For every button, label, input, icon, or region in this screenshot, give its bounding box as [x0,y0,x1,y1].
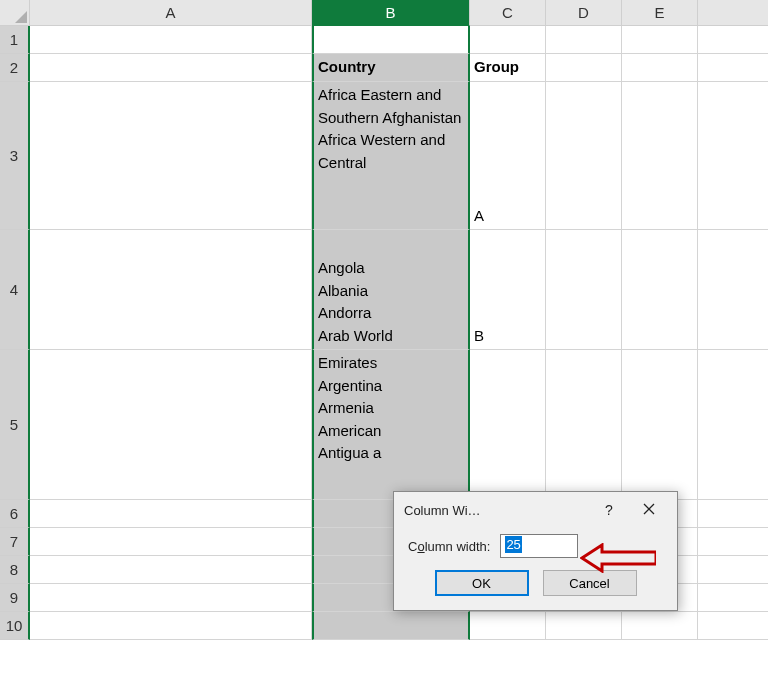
cell-B3[interactable]: Africa Eastern and Southern Afghanistan … [312,82,470,230]
cell-E4[interactable] [622,230,698,350]
cell-B10[interactable] [312,612,470,640]
row-header-4[interactable]: 4 [0,230,30,350]
row-header-7[interactable]: 7 [0,528,30,556]
cell-B2[interactable]: Country [312,54,470,82]
cell-F4[interactable] [698,230,768,350]
cell-F8[interactable] [698,556,768,584]
cell-C5[interactable] [470,350,546,500]
cell-A7[interactable] [30,528,312,556]
cell-A10[interactable] [30,612,312,640]
cell-A8[interactable] [30,556,312,584]
cell-C3[interactable]: A [470,82,546,230]
cell-D1[interactable] [546,26,622,54]
row-header-2[interactable]: 2 [0,54,30,82]
cell-A1[interactable] [30,26,312,54]
cell-D2[interactable] [546,54,622,82]
cell-F7[interactable] [698,528,768,556]
cell-A3[interactable] [30,82,312,230]
cell-B4[interactable]: Angola Albania Andorra Arab World [312,230,470,350]
col-header-overflow[interactable] [698,0,768,26]
cell-D4[interactable] [546,230,622,350]
cell-F2[interactable] [698,54,768,82]
col-header-C[interactable]: C [470,0,546,26]
cell-A4[interactable] [30,230,312,350]
col-header-B[interactable]: B [312,0,470,26]
help-button[interactable]: ? [589,496,629,524]
cell-B5[interactable]: Emirates Argentina Armenia American Anti… [312,350,470,500]
cell-F5[interactable] [698,350,768,500]
column-width-dialog: Column Wi… ? Column width: 25 OK Cancel [393,491,678,611]
row-header-8[interactable]: 8 [0,556,30,584]
cell-F10[interactable] [698,612,768,640]
row-header-1[interactable]: 1 [0,26,30,54]
cell-C10[interactable] [470,612,546,640]
row-header-6[interactable]: 6 [0,500,30,528]
cell-B1[interactable] [312,26,470,54]
cell-A6[interactable] [30,500,312,528]
select-all-corner[interactable] [0,0,30,26]
cell-A9[interactable] [30,584,312,612]
cell-D10[interactable] [546,612,622,640]
dialog-title: Column Wi… [404,503,589,518]
cell-D5[interactable] [546,350,622,500]
dialog-titlebar[interactable]: Column Wi… ? [394,492,677,528]
cell-A2[interactable] [30,54,312,82]
close-icon [643,502,655,518]
cell-F6[interactable] [698,500,768,528]
cell-C2[interactable]: Group [470,54,546,82]
row-header-3[interactable]: 3 [0,82,30,230]
col-header-E[interactable]: E [622,0,698,26]
cell-F9[interactable] [698,584,768,612]
cell-E3[interactable] [622,82,698,230]
row-header-5[interactable]: 5 [0,350,30,500]
cell-E10[interactable] [622,612,698,640]
column-width-label: Column width: [408,539,490,554]
column-width-input[interactable]: 25 [500,534,578,558]
cell-F1[interactable] [698,26,768,54]
cell-C4[interactable]: B [470,230,546,350]
row-header-9[interactable]: 9 [0,584,30,612]
cell-E5[interactable] [622,350,698,500]
cell-F3[interactable] [698,82,768,230]
col-header-D[interactable]: D [546,0,622,26]
ok-button[interactable]: OK [435,570,529,596]
cell-C1[interactable] [470,26,546,54]
close-button[interactable] [629,496,669,524]
row-header-10[interactable]: 10 [0,612,30,640]
cell-A5[interactable] [30,350,312,500]
cell-D3[interactable] [546,82,622,230]
cancel-button[interactable]: Cancel [543,570,637,596]
col-header-A[interactable]: A [30,0,312,26]
cell-E2[interactable] [622,54,698,82]
cell-E1[interactable] [622,26,698,54]
